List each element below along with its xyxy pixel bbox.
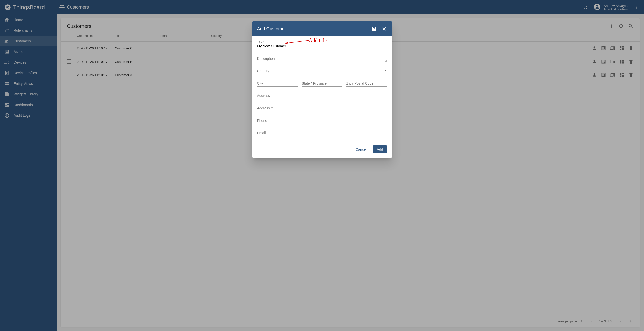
close-icon[interactable] [381, 26, 387, 32]
city-input[interactable] [257, 80, 298, 87]
title-label: Title * [257, 40, 264, 43]
add-customer-modal: Add Customer Title * Description Country [252, 21, 392, 158]
address-input[interactable] [257, 92, 387, 99]
help-icon[interactable] [371, 26, 377, 32]
modal-title: Add Customer [257, 26, 286, 32]
phone-input[interactable] [257, 117, 387, 124]
svg-line-3 [286, 40, 309, 43]
add-button[interactable]: Add [373, 145, 387, 153]
chevron-down-icon [384, 69, 387, 73]
cancel-button[interactable]: Cancel [351, 145, 371, 153]
state-input[interactable] [302, 80, 342, 87]
zip-input[interactable] [346, 80, 387, 87]
country-select[interactable]: Country [257, 67, 387, 74]
email-input[interactable] [257, 129, 387, 136]
modal-overlay[interactable]: Add Customer Title * Description Country [0, 0, 644, 331]
annotation-add-title: Add title [309, 37, 327, 43]
title-input[interactable] [257, 44, 387, 49]
description-input[interactable]: Description [257, 55, 387, 62]
address2-input[interactable] [257, 105, 387, 111]
